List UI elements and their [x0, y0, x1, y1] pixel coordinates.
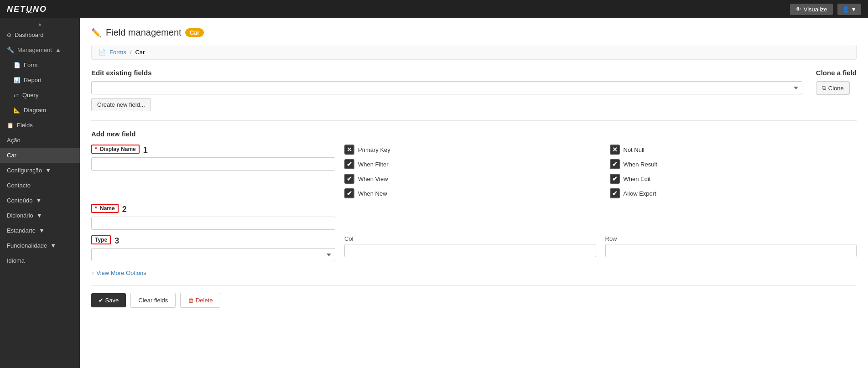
col-field: Col 1 — [344, 235, 596, 257]
logo: NETUNO — [7, 5, 47, 14]
display-name-input[interactable] — [91, 157, 335, 171]
sidebar-item-estandarte[interactable]: Estandarte ▼ — [0, 223, 80, 238]
when-view-label: When View — [358, 176, 388, 182]
primary-key-label: Primary Key — [358, 146, 390, 153]
diagram-icon: 📐 — [14, 107, 21, 114]
action-buttons: ✔ Save Clear fields 🗑 Delete — [91, 285, 857, 308]
checkboxes-outer-row1: ✕ Primary Key ✔ When Filter — [344, 145, 857, 198]
when-result-label: When Result — [624, 161, 657, 168]
type-select[interactable] — [91, 248, 335, 261]
navbar-right: 👁 Visualize 👤 ▼ — [790, 4, 861, 15]
edit-section: Edit existing fields Create new field... — [91, 69, 802, 111]
breadcrumb-forms-link[interactable]: Forms — [109, 49, 126, 56]
when-edit-label: When Edit — [624, 176, 651, 182]
visualize-button[interactable]: 👁 Visualize — [790, 4, 833, 15]
sidebar-item-query[interactable]: 🗃 Query — [0, 88, 80, 103]
when-edit-checkbox[interactable]: ✔ — [610, 174, 620, 184]
checkbox-not-null: ✕ Not Null — [610, 145, 857, 155]
view-more-options-link[interactable]: + View More Options — [91, 270, 146, 276]
checkbox-when-view: ✔ When View — [344, 174, 592, 184]
clear-button[interactable]: Clear fields — [130, 293, 176, 308]
checkbox-when-new: ✔ When New — [344, 188, 592, 198]
divider — [91, 120, 857, 121]
checkbox-when-edit: ✔ When Edit — [610, 174, 857, 184]
estandarte-arrow-icon: ▼ — [39, 227, 45, 234]
add-field-section: Add new field * Display Name 1 — [91, 130, 857, 308]
clone-section-title: Clone a field — [816, 69, 857, 77]
when-result-checkbox[interactable]: ✔ — [610, 159, 620, 169]
fields-icon: 📋 — [7, 122, 14, 129]
sidebar-item-report[interactable]: 📊 Report — [0, 73, 80, 88]
main-layout: ▲ ⊙ Dashboard 🔧 Management ▲ 📄 Form 📊 Re… — [0, 18, 868, 368]
sidebar-item-idioma[interactable]: Idioma — [0, 253, 80, 268]
user-icon: 👤 — [842, 6, 849, 13]
row-field: Row 1 — [605, 235, 857, 257]
name-col: * Name 2 — [91, 204, 335, 230]
create-new-field-button[interactable]: Create new field... — [91, 98, 151, 111]
display-name-col: * Display Name 1 — [91, 145, 335, 171]
sidebar-item-dicionario[interactable]: Dicionário ▼ — [0, 208, 80, 223]
sidebar-item-configuracao[interactable]: Configuração ▼ — [0, 163, 80, 178]
navbar: NETUNO 👁 Visualize 👤 ▼ — [0, 0, 868, 18]
when-new-label: When New — [358, 190, 387, 197]
checkbox-allow-export: ✔ Allow Export — [610, 188, 857, 198]
col-input[interactable]: 1 — [344, 244, 596, 257]
user-button[interactable]: 👤 ▼ — [837, 4, 862, 15]
sidebar-item-funcionalidade[interactable]: Funcionalidade ▼ — [0, 238, 80, 253]
edit-clone-row: Edit existing fields Create new field...… — [91, 69, 857, 111]
funcionalidade-arrow-icon: ▼ — [50, 242, 56, 249]
row-input[interactable]: 1 — [605, 244, 857, 257]
add-field-title: Add new field — [91, 130, 857, 138]
primary-key-checkbox[interactable]: ✕ — [344, 145, 354, 155]
name-number: 2 — [122, 205, 127, 214]
checkboxes-right: ✕ Not Null ✔ When Result — [610, 145, 857, 198]
not-null-checkbox[interactable]: ✕ — [610, 145, 620, 155]
name-row: * Name 2 — [91, 204, 857, 230]
sidebar-item-fields[interactable]: 📋 Fields — [0, 118, 80, 133]
breadcrumb-separator: / — [130, 49, 132, 56]
edit-field-select[interactable] — [91, 81, 802, 94]
breadcrumb-forms-icon: 📄 — [99, 49, 106, 56]
breadcrumb-current: Car — [135, 49, 145, 56]
management-icon: 🔧 — [7, 47, 14, 53]
display-name-number: 1 — [143, 145, 148, 155]
clone-section: Clone a field ⧉ Clone — [816, 69, 857, 95]
delete-button[interactable]: 🗑 Delete — [180, 293, 220, 308]
allow-export-label: Allow Export — [624, 190, 656, 197]
breadcrumb: 📄 Forms / Car — [91, 45, 857, 60]
col-label: Col — [344, 235, 596, 242]
page-title: Field management Car — [106, 27, 204, 38]
car-badge: Car — [185, 28, 204, 37]
name-input[interactable] — [91, 217, 335, 230]
content-area: ✏️ Field management Car 📄 Forms / Car Ed… — [80, 18, 868, 368]
sidebar-item-form[interactable]: 📄 Form — [0, 57, 80, 73]
when-filter-checkbox[interactable]: ✔ — [344, 159, 354, 169]
checkbox-primary-key: ✕ Primary Key — [344, 145, 592, 155]
edit-icon: ✏️ — [91, 28, 101, 38]
type-label: Type — [91, 235, 111, 244]
type-col: Type 3 + View More Options — [91, 235, 335, 276]
configuracao-arrow-icon: ▼ — [45, 167, 51, 174]
form-icon: 📄 — [14, 62, 21, 68]
save-button[interactable]: ✔ Save — [91, 293, 126, 307]
display-name-row: * Display Name 1 ✕ Prima — [91, 145, 857, 198]
sidebar-item-conteudo[interactable]: Conteúdo ▼ — [0, 193, 80, 208]
query-icon: 🗃 — [14, 92, 19, 98]
sidebar-item-dashboard[interactable]: ⊙ Dashboard — [0, 27, 80, 42]
sidebar-item-car[interactable]: Car — [0, 148, 80, 163]
sidebar-item-contacto[interactable]: Contacto — [0, 178, 80, 193]
sidebar-item-acao[interactable]: Ação — [0, 133, 80, 148]
when-new-checkbox[interactable]: ✔ — [344, 188, 354, 198]
sidebar-item-management[interactable]: 🔧 Management ▲ — [0, 42, 80, 57]
col-row-section: Col 1 Row 1 — [344, 235, 857, 257]
when-view-checkbox[interactable]: ✔ — [344, 174, 354, 184]
dicionario-arrow-icon: ▼ — [36, 212, 42, 219]
type-row: Type 3 + View More Options Col 1 — [91, 235, 857, 276]
sidebar-item-diagram[interactable]: 📐 Diagram — [0, 103, 80, 118]
allow-export-checkbox[interactable]: ✔ — [610, 188, 620, 198]
sidebar: ▲ ⊙ Dashboard 🔧 Management ▲ 📄 Form 📊 Re… — [0, 18, 80, 368]
conteudo-arrow-icon: ▼ — [36, 197, 42, 204]
display-name-label: * Display Name — [91, 145, 140, 154]
checkboxes-left: ✕ Primary Key ✔ When Filter — [344, 145, 592, 198]
clone-button[interactable]: ⧉ Clone — [816, 81, 850, 95]
